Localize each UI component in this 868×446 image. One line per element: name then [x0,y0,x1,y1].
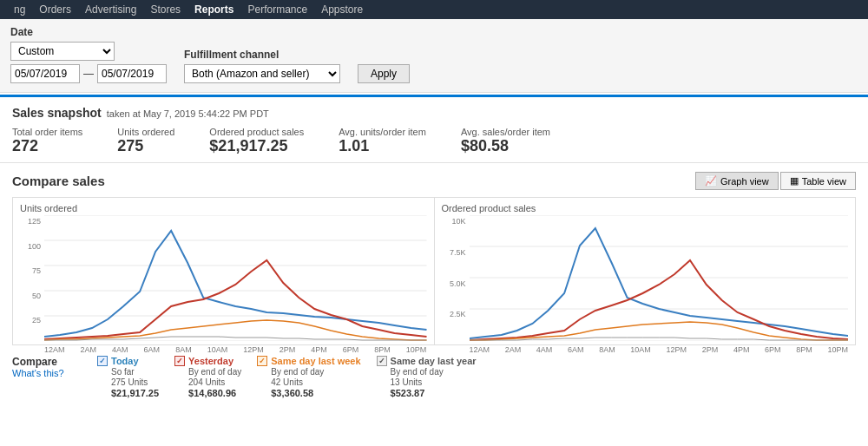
today-label: Today [111,356,139,366]
metric-avg-units: Avg. units/order item 1.01 [339,127,426,155]
date-to-input[interactable] [97,64,167,83]
legend-today: ✓ Today So far 275 Units $21,917.25 [97,356,159,398]
filter-bar: Date Custom — Fulfillment channel Both (… [0,19,868,93]
nav-item-performance[interactable]: Performance [240,0,314,19]
today-sub2: 275 Units [97,377,159,387]
charts-row: Units ordered 125 100 75 50 25 [12,197,856,345]
table-icon: ▦ [790,175,799,187]
compare-label: Compare [12,356,57,368]
yesterday-sub3: $14,680.96 [174,388,241,398]
metric-ordered-product-sales: Ordered product sales $21,917.25 [209,127,304,155]
nav-item-advertising[interactable]: Advertising [78,0,143,19]
whats-this-link[interactable]: What's this? [12,368,82,378]
metric-units-ordered: Units ordered 275 [117,127,174,155]
same-week-checkbox[interactable]: ✓ [257,356,267,366]
chart1-label: Units ordered [20,203,427,213]
nav-item-orders[interactable]: Orders [32,0,78,19]
compare-sales-section: Compare sales 📈 Graph view ▦ Table view … [0,163,868,405]
chart1-xaxis: 12AM 2AM 4AM 6AM 8AM 10AM 12PM 2PM 4PM 6… [44,345,427,354]
snapshot-metrics: Total order items 272 Units ordered 275 … [12,127,856,155]
same-week-label: Same day last week [271,356,360,366]
compare-title: Compare sales [12,174,105,188]
same-year-sub3: $523.87 [377,388,477,398]
channel-filter-group: Fulfillment channel Both (Amazon and sel… [184,49,340,83]
view-buttons: 📈 Graph view ▦ Table view [695,172,856,190]
graph-icon: 📈 [705,175,717,187]
yesterday-label: Yesterday [188,356,233,366]
date-select[interactable]: Custom [10,42,115,61]
same-year-checkbox[interactable]: ✓ [377,356,387,366]
channel-label: Fulfillment channel [184,49,340,61]
same-year-sub2: 13 Units [377,377,477,387]
same-week-sub1: By end of day [257,367,360,377]
chart-units-ordered: Units ordered 125 100 75 50 25 [12,197,435,345]
today-sub1: So far [97,367,159,377]
compare-header: Compare sales 📈 Graph view ▦ Table view [12,172,856,190]
apply-button[interactable]: Apply [358,64,410,83]
chart1-svg [44,215,427,341]
date-from-input[interactable] [10,64,80,83]
today-sub3: $21,917.25 [97,388,159,398]
date-filter-group: Date Custom — [10,26,167,83]
nav-item-ng[interactable]: ng [7,0,32,19]
same-year-label: Same day last year [391,356,477,366]
top-navigation: ng Orders Advertising Stores Reports Per… [0,0,868,19]
nav-item-stores[interactable]: Stores [143,0,187,19]
chart2-svg [470,215,849,341]
date-label: Date [10,26,167,38]
same-year-sub1: By end of day [377,367,477,377]
same-week-sub2: 42 Units [257,377,360,387]
channel-select[interactable]: Both (Amazon and seller) [184,64,340,83]
chart-product-sales: Ordered product sales 10K 7.5K 5.0K 2.5K [435,197,857,345]
compare-left: Compare What's this? [12,356,82,378]
legend-same-year: ✓ Same day last year By end of day 13 Un… [377,356,477,398]
legend-yesterday: ✓ Yesterday By end of day 204 Units $14,… [174,356,241,398]
legend-same-week: ✓ Same day last week By end of day 42 Un… [257,356,360,398]
metric-avg-sales: Avg. sales/order item $80.58 [461,127,550,155]
table-view-button[interactable]: ▦ Table view [780,172,856,190]
chart2-label: Ordered product sales [442,203,849,213]
today-checkbox[interactable]: ✓ [97,356,108,366]
nav-item-reports[interactable]: Reports [187,0,240,19]
nav-item-appstore[interactable]: Appstore [314,0,370,19]
sales-snapshot-section: Sales snapshottaken at May 7, 2019 5:44:… [0,97,868,163]
yesterday-sub1: By end of day [174,367,241,377]
date-range-separator: — [83,68,94,80]
snapshot-title: Sales snapshottaken at May 7, 2019 5:44:… [12,106,856,120]
same-week-sub3: $3,360.58 [257,388,360,398]
yesterday-sub2: 204 Units [174,377,241,387]
graph-view-button[interactable]: 📈 Graph view [695,172,779,190]
metric-total-order-items: Total order items 272 [12,127,82,155]
yesterday-checkbox[interactable]: ✓ [174,356,185,366]
compare-footer: Compare What's this? ✓ Today So far 275 … [12,351,856,400]
chart2-xaxis: 12AM 2AM 4AM 6AM 8AM 10AM 12PM 2PM 4PM 6… [470,345,849,354]
